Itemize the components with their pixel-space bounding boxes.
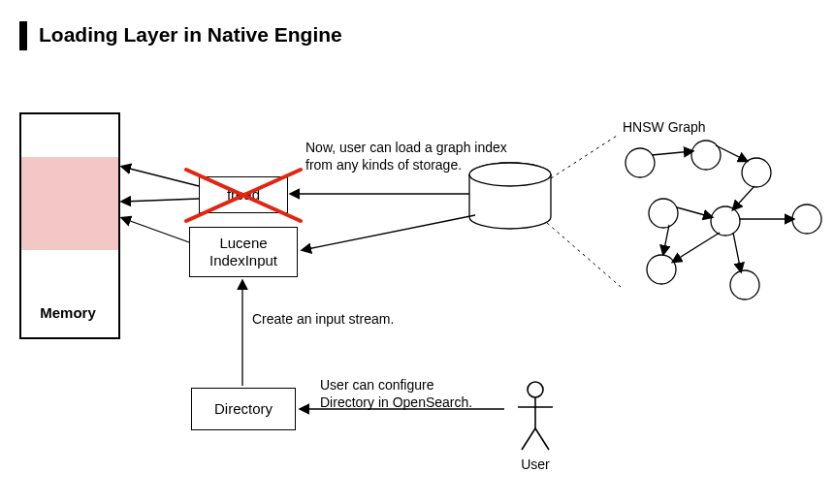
hnsw-graph xyxy=(626,141,821,299)
arrow-storage-to-lucene xyxy=(303,215,475,250)
svg-point-8 xyxy=(711,206,740,236)
arrow-fread-to-memory-2 xyxy=(122,199,199,202)
storage-cylinder xyxy=(469,163,551,229)
dotted-link-top xyxy=(551,136,617,178)
svg-point-1 xyxy=(469,163,551,186)
arrow-lucene-to-memory xyxy=(122,218,189,242)
user-icon xyxy=(518,382,553,450)
svg-line-16 xyxy=(535,428,549,450)
svg-line-15 xyxy=(522,428,535,450)
svg-point-11 xyxy=(730,270,759,299)
cross-out-icon xyxy=(186,170,301,221)
svg-point-10 xyxy=(647,255,676,284)
svg-point-12 xyxy=(528,382,543,397)
diagram-svg xyxy=(0,0,834,504)
svg-point-4 xyxy=(626,148,655,177)
svg-point-5 xyxy=(691,141,721,170)
dotted-link-bottom xyxy=(547,223,621,287)
svg-point-6 xyxy=(742,158,771,187)
svg-point-7 xyxy=(649,199,678,228)
svg-point-9 xyxy=(792,205,821,234)
